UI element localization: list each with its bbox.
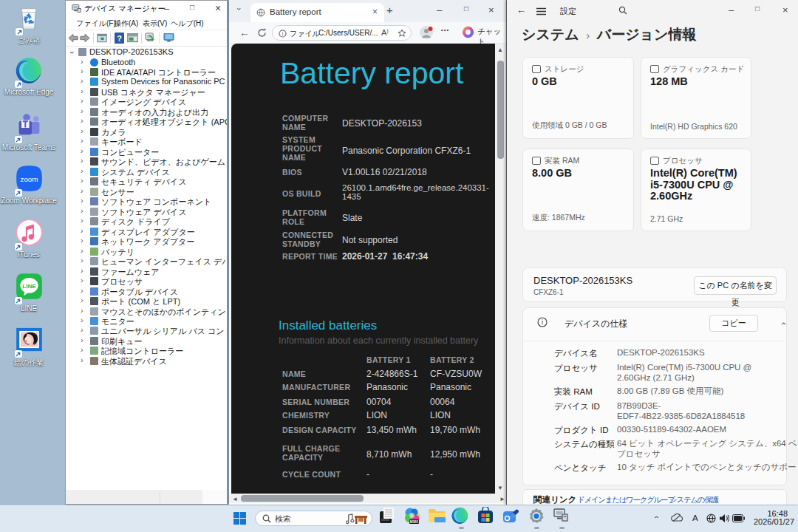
svg-text:zoom: zoom bbox=[20, 175, 38, 183]
svg-text:?: ? bbox=[117, 34, 122, 43]
svg-text:LINE: LINE bbox=[22, 283, 36, 290]
svg-text:i: i bbox=[282, 31, 284, 36]
svg-text:i: i bbox=[542, 318, 543, 326]
svg-text:M365: M365 bbox=[410, 520, 419, 524]
